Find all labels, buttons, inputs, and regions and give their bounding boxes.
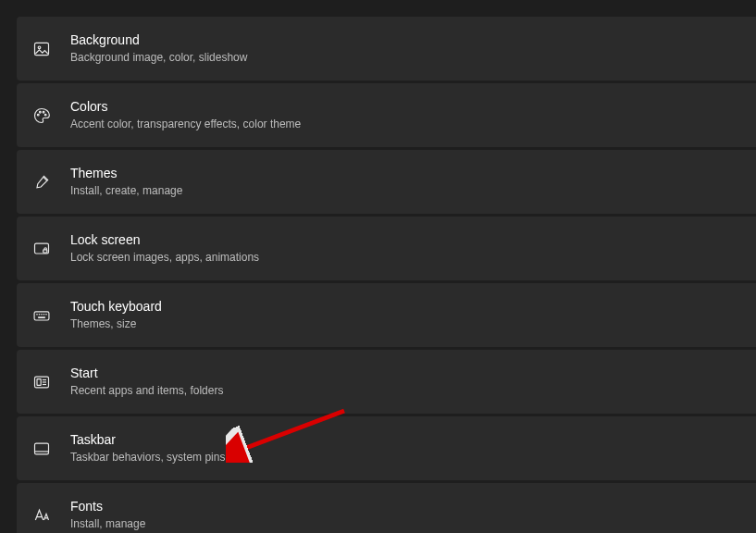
item-colors[interactable]: Colors Accent color, transparency effect…: [17, 83, 756, 147]
fonts-icon: [31, 505, 52, 526]
svg-point-2: [37, 114, 39, 116]
item-start[interactable]: Start Recent apps and items, folders: [17, 350, 756, 414]
item-title: Start: [70, 365, 223, 382]
start-icon: [31, 372, 52, 392]
item-title: Taskbar: [70, 431, 225, 449]
item-title: Lock screen: [70, 231, 259, 249]
item-desc: Lock screen images, apps, animations: [70, 250, 259, 265]
svg-point-3: [40, 111, 42, 113]
item-background[interactable]: Background Background image, color, slid…: [17, 17, 756, 81]
item-lock-screen[interactable]: Lock screen Lock screen images, apps, an…: [17, 217, 756, 280]
svg-rect-16: [37, 378, 41, 385]
svg-rect-20: [35, 443, 49, 454]
item-title: Background: [70, 31, 247, 49]
item-desc: Background image, color, slideshow: [70, 50, 247, 65]
keyboard-icon: [31, 305, 52, 326]
item-themes[interactable]: Themes Install, create, manage: [17, 150, 756, 214]
item-desc: Recent apps and items, folders: [70, 383, 223, 398]
item-desc: Install, manage: [70, 516, 145, 531]
svg-point-5: [44, 114, 46, 116]
svg-rect-8: [34, 311, 49, 319]
item-fonts[interactable]: Fonts Install, manage: [17, 483, 756, 533]
palette-icon: [31, 105, 52, 126]
item-title: Themes: [70, 165, 182, 182]
svg-point-1: [38, 46, 41, 49]
svg-rect-0: [35, 43, 49, 55]
item-title: Fonts: [70, 498, 145, 515]
svg-rect-7: [43, 249, 47, 252]
svg-point-4: [43, 111, 44, 113]
brush-icon: [31, 172, 52, 192]
taskbar-icon: [31, 439, 52, 459]
image-icon: [31, 39, 52, 59]
item-touch-keyboard[interactable]: Touch keyboard Themes, size: [17, 283, 756, 347]
item-desc: Accent color, transparency effects, colo…: [70, 117, 301, 131]
item-desc: Themes, size: [70, 316, 162, 331]
item-desc: Taskbar behaviors, system pins: [70, 450, 225, 465]
item-taskbar[interactable]: Taskbar Taskbar behaviors, system pins: [17, 416, 756, 480]
item-title: Touch keyboard: [70, 298, 162, 316]
item-desc: Install, create, manage: [70, 183, 182, 198]
personalization-list: Background Background image, color, slid…: [17, 17, 756, 533]
lock-screen-icon: [31, 239, 52, 259]
item-title: Colors: [70, 98, 301, 116]
